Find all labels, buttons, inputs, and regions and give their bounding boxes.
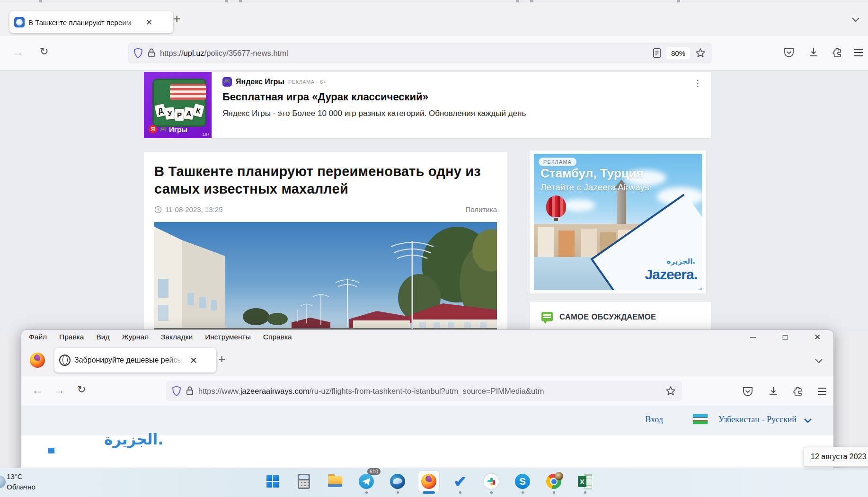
menu-item[interactable]: Справка: [263, 333, 292, 341]
ad-subheadline: Летайте с Jazeera Airways: [540, 182, 649, 193]
ad-plaid-cloth: [170, 84, 206, 100]
yandex-logo-badge: Я: [149, 125, 157, 133]
menu-bar-items: ФайлПравкаВидЖурналЗакладкиИнструментыСп…: [29, 333, 304, 341]
firefox-icon[interactable]: [30, 353, 45, 368]
url-text: https://www.jazeeraairways.com/ru-uz/fli…: [198, 387, 660, 396]
taskbar-firefox[interactable]: [418, 471, 439, 492]
ad-brand: Яндекс Игры: [236, 78, 284, 86]
letter-tile: К: [192, 104, 204, 117]
close-icon[interactable]: ✕: [146, 18, 152, 27]
url-bar[interactable]: https://www.jazeeraairways.com/ru-uz/fli…: [166, 381, 682, 401]
forward-button[interactable]: →: [53, 383, 65, 397]
reader-mode-icon[interactable]: [652, 48, 662, 58]
shield-icon[interactable]: [133, 47, 143, 59]
date-tooltip: 12 августа 2023: [804, 447, 868, 467]
downloads-icon[interactable]: [807, 46, 820, 59]
reload-button[interactable]: ↻: [40, 45, 48, 58]
top-edge-fragment: [530, 0, 533, 2]
forward-button[interactable]: →: [12, 45, 24, 59]
globe-icon: [16, 19, 23, 26]
tab-title: В Ташкенте планируют переим: [28, 18, 142, 27]
lock-icon[interactable]: [148, 48, 155, 58]
taskbar-slack[interactable]: [481, 471, 502, 492]
downloads-icon[interactable]: [767, 385, 779, 398]
chevron-down-icon[interactable]: [803, 417, 813, 424]
back-button[interactable]: ←: [32, 383, 43, 397]
taskbar-chrome[interactable]: [543, 471, 564, 492]
ad-title[interactable]: Бесплатная игра «Дурак классический»: [222, 91, 428, 103]
taskbar-todo[interactable]: ✔: [450, 471, 470, 492]
menu-item[interactable]: Закладки: [161, 333, 193, 341]
menu-item[interactable]: Вид: [96, 333, 109, 341]
list-tabs-chevron-icon[interactable]: [851, 16, 860, 23]
top-edge-fragment: [677, 0, 680, 2]
new-tab-button[interactable]: +: [173, 11, 180, 26]
menu-item[interactable]: Инструменты: [205, 333, 251, 341]
locale-selector[interactable]: Узбекистан - Русский: [718, 415, 797, 425]
reload-button[interactable]: ↻: [77, 383, 86, 396]
close-icon[interactable]: ✕: [190, 356, 197, 365]
ad-description: Яндекс Игры - это Более 10 000 игр разны…: [222, 109, 526, 118]
taskbar-excel[interactable]: X: [575, 471, 595, 492]
jazeera-ad-card[interactable]: الجزيرة. Jazeera. РЕКЛАМА Стамбул, Турци…: [530, 151, 706, 293]
new-tab-button[interactable]: +: [218, 352, 225, 366]
taskbar-calculator[interactable]: [293, 471, 314, 492]
yandex-ad-banner[interactable]: Яндекс Игры РЕКЛАМА · 6+ Бесплатная игра…: [144, 72, 711, 138]
minimize-button[interactable]: ─: [744, 331, 762, 344]
hot-air-balloon: [546, 195, 566, 219]
menu-hamburger-icon[interactable]: [853, 47, 864, 58]
menu-hamburger-icon[interactable]: [816, 386, 828, 397]
most-discussed-title[interactable]: САМОЕ ОБСУЖДАЕМОЕ: [559, 312, 656, 321]
chrome-overlay-badge: [555, 472, 563, 480]
jazeera-logo-arabic: الجزيرة.: [667, 257, 695, 266]
url-bar[interactable]: https://upl.uz/policy/35677-news.html 80…: [128, 43, 712, 63]
menu-item[interactable]: Журнал: [122, 333, 149, 341]
ad-options-icon[interactable]: ⋮: [693, 78, 702, 89]
extensions-puzzle-icon[interactable]: [792, 385, 804, 398]
maximize-button[interactable]: □: [776, 331, 795, 344]
start-button[interactable]: [262, 471, 283, 492]
letter-tile: Р: [175, 109, 184, 121]
pocket-icon[interactable]: [742, 385, 754, 398]
jazeera-ad-image[interactable]: الجزيرة. Jazeera. РЕКЛАМА Стамбул, Турци…: [534, 154, 702, 290]
menu-item[interactable]: Правка: [59, 333, 84, 341]
taskbar-telegram[interactable]: 610: [356, 471, 377, 492]
taskbar: 13°C Облачно 610 ✔ S: [0, 468, 868, 497]
desktop: В Ташкенте планируют переим ✕ + → ↻ http…: [0, 0, 868, 497]
bookmark-star-icon[interactable]: [695, 47, 706, 59]
top-edge-fragment: [516, 0, 519, 2]
news-page: Яндекс Игры РЕКЛАМА · 6+ Бесплатная игра…: [0, 71, 868, 332]
pocket-icon[interactable]: [783, 46, 795, 59]
taskbar-skype[interactable]: S: [512, 471, 533, 492]
weather-widget[interactable]: 13°C Облачно: [7, 471, 35, 492]
tab-title: Забронируйте дешевые рейсы: [74, 356, 186, 364]
ad-brand-row: Я 🎮 Игры: [149, 125, 187, 133]
bookmark-star-icon[interactable]: [665, 385, 676, 397]
jazeera-site-logo[interactable]: الجزيرة.: [104, 431, 163, 448]
galata-tower: [617, 187, 626, 225]
telegram-icon: [359, 474, 374, 489]
article-title: В Ташкенте планируют переименовать одну …: [154, 163, 490, 198]
folder-icon: [328, 477, 342, 488]
windows-logo-icon: [266, 475, 279, 488]
tab-news[interactable]: В Ташкенте планируют переим ✕: [9, 11, 173, 33]
weather-icon: [0, 476, 6, 488]
list-tabs-chevron-icon[interactable]: [814, 357, 824, 364]
login-link[interactable]: Вход: [645, 415, 663, 425]
lock-icon[interactable]: [186, 386, 194, 396]
extensions-puzzle-icon[interactable]: [831, 46, 843, 59]
clock-icon: [154, 206, 162, 213]
article-category[interactable]: Политика: [466, 205, 497, 213]
most-discussed-card: САМОЕ ОБСУЖДАЕМОЕ: [530, 302, 711, 332]
taskbar-file-explorer[interactable]: [325, 471, 345, 492]
menu-item[interactable]: Файл: [29, 333, 47, 341]
article-card: В Ташкенте планируют переименовать одну …: [144, 152, 507, 332]
url-text: https://upl.uz/policy/35677-news.html: [160, 49, 288, 58]
firefox-icon: [421, 474, 436, 489]
yandex-ad-image[interactable]: ДУРАК Я 🎮 Игры 18+: [144, 72, 212, 138]
shield-icon[interactable]: [172, 385, 181, 397]
zoom-level-button[interactable]: 80%: [666, 47, 690, 59]
taskbar-thunderbird[interactable]: [387, 471, 408, 492]
tab-jazeera[interactable]: Забронируйте дешевые рейсы ✕: [54, 348, 216, 373]
close-button[interactable]: ✕: [808, 331, 827, 344]
